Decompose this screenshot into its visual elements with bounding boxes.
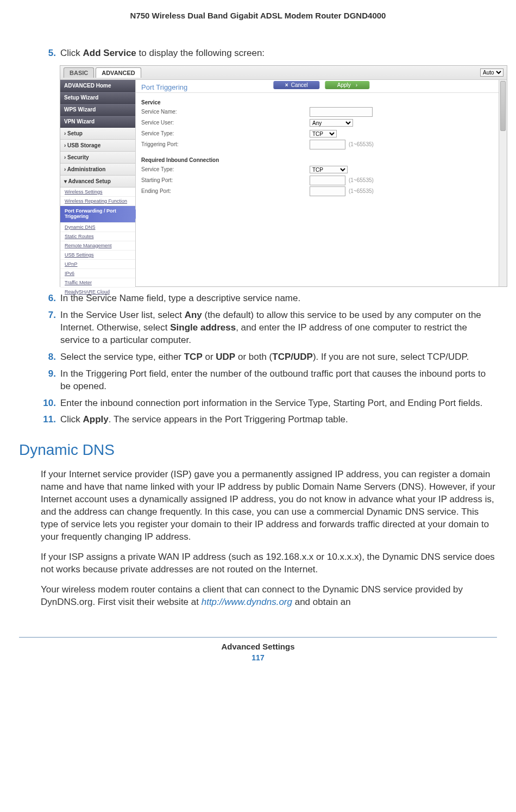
label-starting-port: Starting Port: [141, 177, 310, 183]
sidebar-sub-static-routes[interactable]: Static Routes [60, 232, 135, 241]
step-number: 10. [41, 397, 56, 410]
sidebar-sub-traffic-meter[interactable]: Traffic Meter [60, 278, 135, 288]
sidebar-sub-wireless-settings[interactable]: Wireless Settings [60, 188, 135, 197]
bold: Add Service [83, 48, 136, 58]
port-hint: (1~65535) [349, 141, 374, 147]
sidebar-sub-dynamic-dns[interactable]: Dynamic DNS [60, 223, 135, 232]
step-number: 9. [41, 368, 56, 393]
step-11: 11. Click Apply. The service appears in … [41, 414, 497, 426]
step-9: 9. In the Triggering Port field, enter t… [41, 368, 497, 393]
port-hint: (1~65535) [349, 177, 374, 183]
sidebar-sub-wireless-repeating[interactable]: Wireless Repeating Function [60, 197, 135, 206]
step-body: Click Add Service to display the followi… [60, 47, 265, 60]
sidebar-item-usb[interactable]: › USB Storage [60, 140, 135, 152]
sidebar-sub-ipv6[interactable]: IPv6 [60, 269, 135, 278]
starting-port-input[interactable] [310, 176, 345, 185]
sidebar-item-setup-wizard[interactable]: Setup Wizard [60, 92, 135, 104]
sidebar-sub-upnp[interactable]: UPnP [60, 260, 135, 269]
step-10: 10. Enter the inbound connection port in… [41, 397, 497, 410]
step-body: Select the service type, either TCP or U… [60, 351, 469, 364]
step-number: 7. [41, 309, 56, 347]
step-number: 5. [41, 47, 56, 60]
service-user-select[interactable]: Any [310, 119, 353, 127]
label-ending-port: Ending Port: [141, 188, 310, 194]
triggering-port-input[interactable] [310, 140, 345, 149]
sidebar-item-security[interactable]: › Security [60, 152, 135, 164]
auto-select[interactable]: Auto [480, 68, 504, 77]
sidebar-sub-remote-mgmt[interactable]: Remote Management [60, 241, 135, 251]
label-triggering-port: Triggering Port: [141, 141, 310, 147]
close-icon: × [285, 82, 288, 88]
paragraph: If your Internet service provider (ISP) … [41, 469, 497, 544]
heading-dynamic-dns: Dynamic DNS [19, 441, 497, 459]
sidebar-item-advanced-setup[interactable]: ▾ Advanced Setup [60, 176, 135, 188]
text: Click [60, 48, 83, 58]
port-hint: (1~65535) [349, 188, 374, 194]
main-panel: Port Triggering ×Cancel Apply Service Se… [136, 80, 507, 286]
step-body: Click Apply. The service appears in the … [60, 414, 348, 426]
page-header: N750 Wireless Dual Band Gigabit ADSL Mod… [19, 11, 497, 20]
sidebar: ADVANCED Home Setup Wizard WPS Wizard VP… [60, 80, 136, 286]
service-name-input[interactable] [310, 107, 373, 117]
step-number: 8. [41, 351, 56, 364]
topbar: BASIC ADVANCED Auto [60, 66, 507, 80]
tab-advanced[interactable]: ADVANCED [96, 67, 141, 78]
footer-section: Advanced Settings [0, 638, 516, 651]
tab-basic[interactable]: BASIC [64, 67, 94, 78]
section-service: Service [141, 99, 501, 105]
step-body: Enter the inbound connection port inform… [60, 397, 482, 410]
sidebar-sub-usb-settings[interactable]: USB Settings [60, 251, 135, 260]
sidebar-item-vpn-wizard[interactable]: VPN Wizard [60, 116, 135, 128]
cancel-button[interactable]: ×Cancel [273, 81, 320, 89]
text: and obtain an [292, 597, 351, 607]
step-5: 5. Click Add Service to display the foll… [41, 47, 497, 60]
step-8: 8. Select the service type, either TCP o… [41, 351, 497, 364]
step-body: In the Service Name field, type a descri… [60, 292, 300, 305]
section-inbound: Required Inbound Connection [141, 157, 501, 163]
step-body: In the Service User list, select Any (th… [60, 309, 497, 347]
text: to display the following screen: [136, 48, 265, 58]
inbound-type-select[interactable]: TCP [310, 166, 348, 173]
step-number: 6. [41, 292, 56, 305]
sidebar-sub-port-forwarding[interactable]: Port Forwarding / Port Triggering [60, 206, 135, 223]
service-type-select[interactable]: TCP [310, 130, 337, 138]
scrollbar[interactable] [499, 80, 507, 286]
dyndns-link[interactable]: http://www.dyndns.org [202, 597, 292, 607]
label-service-user: Service User: [141, 120, 310, 126]
router-screenshot: BASIC ADVANCED Auto ADVANCED Home Setup … [60, 65, 507, 287]
sidebar-item-home[interactable]: ADVANCED Home [60, 80, 135, 92]
paragraph: If your ISP assigns a private WAN IP add… [41, 551, 497, 576]
step-number: 11. [41, 414, 56, 426]
scrollbar-thumb[interactable] [500, 81, 506, 131]
ending-port-input[interactable] [310, 186, 345, 196]
label-service-type: Service Type: [141, 130, 310, 136]
arrow-icon [354, 82, 357, 88]
step-6: 6. In the Service Name field, type a des… [41, 292, 497, 305]
sidebar-item-admin[interactable]: › Administration [60, 164, 135, 176]
step-body: In the Triggering Port field, enter the … [60, 368, 497, 393]
apply-button[interactable]: Apply [325, 81, 369, 89]
sidebar-item-setup[interactable]: › Setup [60, 128, 135, 140]
page-number: 117 [0, 651, 516, 667]
label-service-name: Service Name: [141, 109, 310, 115]
step-7: 7. In the Service User list, select Any … [41, 309, 497, 347]
paragraph: Your wireless modem router contains a cl… [41, 584, 497, 609]
label-inbound-type: Service Type: [141, 166, 310, 172]
sidebar-item-wps-wizard[interactable]: WPS Wizard [60, 104, 135, 116]
